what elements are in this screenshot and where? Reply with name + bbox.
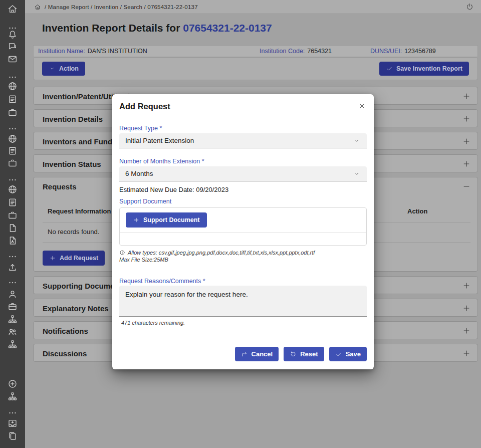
upload-icon[interactable]	[7, 262, 18, 273]
column-header-action: Action	[407, 207, 427, 215]
collapse-icon[interactable]	[462, 182, 471, 191]
save-button[interactable]: Save	[329, 347, 367, 361]
institution-code: Institution Code: 7654321	[260, 48, 332, 55]
add-support-document-button[interactable]: Support Document	[126, 212, 207, 228]
reset-icon	[290, 351, 297, 358]
duns-uei-value: 123456789	[404, 48, 436, 55]
empty-table-message: No records found.	[48, 228, 99, 236]
person-icon[interactable]	[7, 289, 18, 300]
power-icon[interactable]	[465, 3, 474, 11]
add-request-button[interactable]: Add Request	[43, 251, 105, 266]
institution-name: Institution Name: DAN'S INSTITUTION	[38, 48, 147, 55]
expand-icon[interactable]	[462, 349, 471, 358]
characters-remaining: 471 characters remaining.	[121, 320, 185, 326]
plus-icon	[49, 255, 56, 262]
column-header-request-information: Request Information	[48, 207, 111, 215]
modal-actions: Cancel Reset Save	[235, 347, 367, 361]
globe-icon[interactable]	[7, 133, 18, 144]
request-type-value: Initial Patent Extension	[125, 137, 194, 144]
work-icon[interactable]	[7, 107, 18, 118]
forum-icon[interactable]	[7, 41, 18, 52]
reset-button[interactable]: Reset	[284, 347, 324, 361]
cancel-button-label: Cancel	[252, 350, 273, 358]
months-extension-value: 6 Months	[125, 170, 153, 177]
org-chart-icon[interactable]	[7, 391, 18, 402]
breadcrumb[interactable]: / Manage Report / Invention / Search / 0…	[45, 4, 198, 10]
info-icon	[119, 250, 125, 256]
institution-name-label: Institution Name:	[38, 48, 85, 55]
work-icon[interactable]	[7, 158, 18, 169]
article-icon[interactable]	[7, 197, 18, 208]
action-button[interactable]: Action	[42, 62, 85, 76]
home-icon[interactable]	[7, 4, 18, 15]
more-icon	[7, 251, 18, 262]
file-icon[interactable]	[7, 222, 18, 234]
more-icon	[7, 277, 18, 288]
top-bar: / Manage Report / Invention / Search / 0…	[25, 0, 481, 14]
page-title-text: Invention Report Details for	[42, 22, 180, 34]
chevron-down-icon	[353, 170, 361, 178]
mail-icon[interactable]	[7, 54, 18, 65]
home-icon[interactable]	[34, 4, 41, 11]
work-icon[interactable]	[7, 210, 18, 221]
section-title: Invention Status	[43, 160, 101, 168]
request-type-label: Request Type *	[119, 125, 162, 132]
request-reasons-textarea[interactable]: Explain your reason for the request here…	[119, 286, 367, 317]
support-document-dropzone[interactable]: Support Document	[119, 207, 367, 246]
expand-icon[interactable]	[462, 114, 471, 123]
request-reasons-label: Request Reasons/Comments *	[119, 278, 205, 285]
section-title: Requests	[43, 182, 77, 191]
duns-uei-label: DUNS/UEI:	[370, 48, 402, 55]
expand-icon[interactable]	[462, 326, 471, 335]
section-title: Explanatory Notes	[43, 304, 109, 313]
org-chart-icon[interactable]	[7, 314, 18, 325]
institution-code-value: 7654321	[307, 48, 332, 55]
article-icon[interactable]	[7, 94, 18, 105]
org-chart-icon[interactable]	[7, 339, 18, 350]
briefcase-icon[interactable]	[7, 301, 18, 312]
report-id: 07654321-22-0137	[183, 22, 272, 34]
request-type-select[interactable]: Initial Patent Extension	[119, 133, 367, 148]
globe-icon[interactable]	[7, 81, 18, 92]
expand-icon[interactable]	[462, 281, 471, 290]
copy-icon[interactable]	[7, 430, 18, 441]
institution-name-value: DAN'S INSTITUTION	[88, 48, 147, 55]
chevron-down-icon	[353, 137, 361, 145]
people-icon[interactable]	[7, 326, 18, 337]
more-icon	[7, 123, 18, 134]
expand-icon[interactable]	[462, 92, 471, 101]
expand-icon[interactable]	[462, 159, 471, 168]
plus-icon	[133, 216, 140, 223]
globe-icon[interactable]	[7, 184, 18, 195]
max-file-size-text: Max File Size:25MB	[119, 257, 168, 263]
estimated-due-date: Estimated New Due Date: 09/20/2023	[119, 186, 228, 193]
add-request-modal: Add Request Request Type * Initial Paten…	[112, 94, 374, 369]
notifications-icon[interactable]	[7, 29, 18, 40]
file-doc-icon[interactable]	[7, 235, 18, 246]
cancel-button[interactable]: Cancel	[235, 347, 279, 361]
redirect-arrow-icon	[241, 351, 248, 358]
add-circle-icon[interactable]	[7, 378, 18, 389]
support-document-label: Support Document	[119, 198, 171, 205]
allow-types-text: Allow types: csv,gif,jpeg,jpg,png,pdf,do…	[128, 250, 315, 256]
reset-button-label: Reset	[300, 350, 318, 358]
months-extension-select[interactable]: 6 Months	[119, 166, 367, 181]
sidebar	[0, 0, 25, 448]
save-invention-report-button[interactable]: Save Invention Report	[379, 62, 469, 76]
chevron-down-icon	[49, 65, 56, 72]
article-icon[interactable]	[7, 145, 18, 156]
close-icon[interactable]	[358, 102, 366, 110]
expand-icon[interactable]	[462, 304, 471, 313]
expand-icon[interactable]	[462, 137, 471, 146]
toolbar: Action Save Invention Report	[33, 57, 478, 80]
check-icon	[335, 351, 342, 358]
check-icon	[386, 65, 393, 72]
save-button-label: Save	[346, 350, 361, 358]
months-extension-label: Number of Months Extension *	[119, 158, 204, 165]
add-request-button-label: Add Request	[60, 255, 98, 262]
section-title: Discussions	[43, 349, 87, 358]
page-title: Invention Report Details for 07654321-22…	[42, 22, 272, 34]
more-icon	[7, 407, 18, 418]
inbox-in-icon[interactable]	[7, 418, 18, 429]
save-button-label: Save Invention Report	[396, 65, 462, 72]
